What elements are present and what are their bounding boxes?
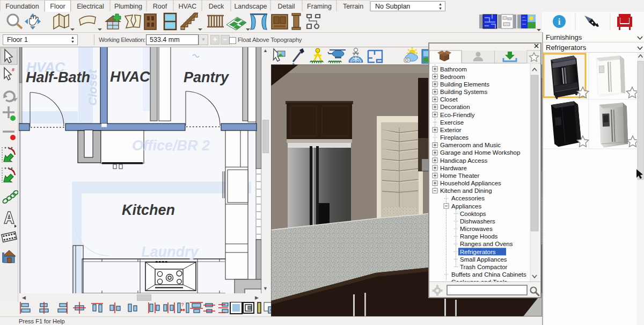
svg-text:Decoration: Decoration (440, 104, 470, 110)
svg-text:Bathroom: Bathroom (440, 66, 467, 73)
svg-text:Refrigerators: Refrigerators (546, 44, 587, 52)
svg-text:Laundry: Laundry (141, 244, 199, 260)
svg-text:Microwaves: Microwaves (460, 226, 493, 232)
svg-text:Dishwashers: Dishwashers (460, 218, 495, 225)
svg-text:Kitchen and Dining: Kitchen and Dining (440, 187, 492, 194)
svg-text:Trash Compactor: Trash Compactor (460, 264, 508, 270)
svg-text:#: # (12, 67, 14, 73)
svg-text:Garage and Home Workshop: Garage and Home Workshop (440, 149, 520, 156)
svg-text:HVAC: HVAC (110, 69, 150, 85)
svg-text:Furnishings: Furnishings (546, 33, 582, 41)
svg-text:Refrigerators: Refrigerators (460, 249, 496, 255)
svg-text:Household Appliances: Household Appliances (440, 180, 501, 186)
svg-text:Building Systems: Building Systems (440, 89, 487, 95)
svg-text:Handicap Access: Handicap Access (440, 157, 487, 164)
svg-text:Buffets and China Cabinets: Buffets and China Cabinets (451, 271, 526, 278)
svg-text:Hardware: Hardware (440, 165, 467, 171)
svg-text:Appliances: Appliances (451, 203, 482, 210)
svg-text:Half-Bath: Half-Bath (26, 69, 90, 85)
svg-text:Pantry: Pantry (184, 69, 230, 85)
svg-text:Range Hoods: Range Hoods (460, 233, 498, 240)
svg-text:Accessories: Accessories (451, 195, 485, 201)
svg-text:Gameroom and Music: Gameroom and Music (440, 142, 501, 148)
svg-text:Kitchen: Kitchen (122, 202, 175, 218)
svg-text:Exterior: Exterior (440, 127, 462, 133)
svg-text:Office/BR 2: Office/BR 2 (132, 138, 210, 154)
svg-text:Eco-Friendly: Eco-Friendly (440, 112, 475, 118)
svg-text:Bedroom: Bedroom (440, 74, 465, 80)
svg-text:Ranges and Ovens: Ranges and Ovens (460, 241, 513, 247)
svg-text:Small Appliances: Small Appliances (460, 256, 507, 263)
svg-text:i: i (558, 17, 561, 27)
svg-text:Building Elements: Building Elements (440, 81, 489, 88)
svg-text:Cooktops: Cooktops (460, 211, 486, 217)
svg-text:?: ? (181, 302, 184, 307)
svg-text:Closet: Closet (440, 96, 458, 103)
svg-text:Fireplaces: Fireplaces (440, 134, 469, 141)
svg-text:Exercise: Exercise (440, 119, 464, 126)
svg-text:Home Theater: Home Theater (440, 172, 479, 179)
